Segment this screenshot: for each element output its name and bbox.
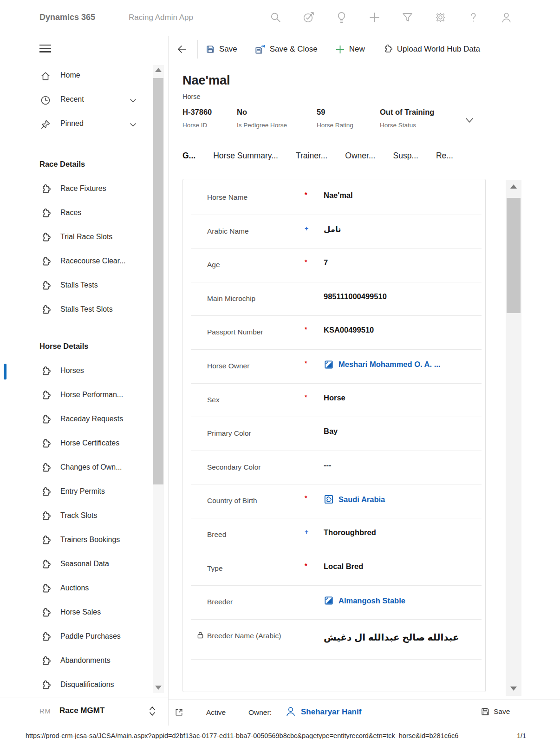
form-scroll-up-arrow[interactable] [510,184,517,189]
sidebar-item-pinned[interactable]: Pinned [0,112,169,137]
field-value[interactable]: عبدالله صالح عبدالله ال دغيش [324,632,481,643]
sidebar-item-track-slots[interactable]: Track Slots [0,504,169,529]
field-value[interactable]: Local Bred [324,562,481,571]
sidebar-group-label: Race Details [39,160,85,169]
sidebar-item-changes-of-own[interactable]: Changes of Own... [0,456,169,480]
dynamics-365-logo[interactable]: Dynamics 365 [39,13,95,22]
header-expand-chevron-icon[interactable] [462,113,476,127]
sidebar-item-seasonal-data[interactable]: Seasonal Data [0,553,169,577]
back-arrow-icon[interactable] [176,44,188,55]
chevron-down-icon[interactable] [128,120,138,130]
header-field-value[interactable]: Out of Training [380,108,434,117]
task-check-icon[interactable] [302,11,315,24]
tab-susp[interactable]: Susp... [393,151,418,161]
plus-icon[interactable] [368,11,381,24]
help-icon[interactable] [467,11,480,24]
header-field-value[interactable]: H-37860 [182,108,212,117]
puzzle-icon [40,256,51,268]
required-marker: * [305,393,307,401]
owner-name-link[interactable]: Sheharyar Hanif [301,707,361,717]
field-value[interactable]: KSA00499510 [324,326,481,334]
sidebar-item-horse-performan[interactable]: Horse Performan... [0,384,169,408]
tab-re[interactable]: Re... [436,151,453,161]
gear-icon[interactable] [434,11,447,24]
sidebar-item-horse-sales[interactable]: Horse Sales [0,601,169,625]
sidebar-item-racecourse-clear[interactable]: Racecourse Clear... [0,250,169,274]
sidebar-item-raceday-requests[interactable]: Raceday Requests [0,408,169,432]
hamburger-menu-icon[interactable] [39,45,51,53]
puzzle-icon [40,414,51,425]
field-value-text[interactable]: Meshari Mohammed O. A. ... [339,360,440,369]
tab-g[interactable]: G... [182,151,195,161]
header-field-value[interactable]: 59 [317,108,325,117]
field-label: Secondary Color [207,462,302,472]
sidebar-item-races[interactable]: Races [0,202,169,226]
field-value[interactable]: Nae'mal [324,191,481,200]
tab-owner[interactable]: Owner... [345,151,375,161]
field-value[interactable]: Bay [324,427,481,436]
field-value-text: Local Bred [324,562,363,571]
tab-horse-summary[interactable]: Horse Summary... [213,151,278,161]
save-and-close-icon [255,45,266,54]
upload-world-hub-data-button[interactable]: Upload World Hub Data [383,44,480,54]
filter-icon[interactable] [401,11,414,24]
sidebar-item-label: Trainers Bookings [60,536,120,544]
person-icon[interactable] [500,11,513,24]
search-icon[interactable] [269,11,282,24]
form-row-secondary-color: Secondary Color--- [183,451,485,485]
header-field-value[interactable]: No [237,108,247,117]
expand-footer-icon[interactable] [174,707,184,717]
form-row-breed: Breed+Thoroughbred [183,518,485,552]
field-value[interactable]: Horse [324,393,481,402]
puzzle-icon [40,390,51,401]
sidebar-item-race-fixtures[interactable]: Race Fixtures [0,177,169,202]
sidebar-scrollbar-thumb[interactable] [153,78,163,484]
form-scroll-down-arrow[interactable] [510,687,517,691]
form-row-main-microchip: Main Microchip985111000499510 [183,282,485,316]
sidebar-item-paddle-purchases[interactable]: Paddle Purchases [0,625,169,649]
form-scrollbar-thumb[interactable] [507,198,521,313]
field-value-text[interactable]: Almangosh Stable [339,596,405,605]
field-value-text[interactable]: Saudi Arabia [339,495,385,504]
field-value[interactable]: --- [324,461,481,470]
new-button[interactable]: New [335,45,365,54]
app-name[interactable]: Racing Admin App [129,13,193,22]
field-value[interactable]: نامل [324,225,481,234]
save-button[interactable]: Save [206,45,237,54]
field-value[interactable]: Meshari Mohammed O. A. ... [324,360,481,370]
sidebar-scroll-down-arrow[interactable] [155,686,162,690]
field-value[interactable]: 7 [324,258,481,267]
field-value[interactable]: Almangosh Stable [324,595,481,606]
sidebar-item-abandonments[interactable]: Abandonments [0,649,169,674]
recommended-marker: + [305,225,308,232]
tab-trainer[interactable]: Trainer... [296,151,327,161]
sidebar-group-race-details: Race Details [0,153,169,177]
pin-icon [40,119,51,130]
field-value[interactable]: Saudi Arabia [324,494,481,504]
sidebar-item-trainers-bookings[interactable]: Trainers Bookings [0,529,169,553]
sidebar-item-stalls-tests[interactable]: Stalls Tests [0,274,169,298]
form-row-type: Type*Local Bred [183,552,485,586]
sidebar-item-disqualifications[interactable]: Disqualifications [0,674,169,698]
area-switcher[interactable]: RM Race MGMT [0,698,169,726]
lightbulb-icon[interactable] [335,11,348,24]
sidebar-item-horse-certificates[interactable]: Horse Certificates [0,432,169,456]
sidebar-item-stalls-test-slots[interactable]: Stalls Test Slots [0,298,169,322]
area-switcher-chevrons-icon[interactable] [147,704,158,718]
header-field-label: Horse Status [380,122,416,129]
save-and-close-button[interactable]: Save & Close [255,45,318,54]
form-row-age: Age*7 [183,249,485,282]
sidebar-item-trial-race-slots[interactable]: Trial Race Slots [0,226,169,250]
sidebar-scroll-up-arrow[interactable] [155,68,162,72]
field-value[interactable]: Thoroughbred [324,528,481,537]
sidebar-item-entry-permits[interactable]: Entry Permits [0,480,169,504]
field-label: Breeder Name (Arabic) [207,631,302,641]
field-value[interactable]: 985111000499510 [324,292,481,301]
form-row-country-of-birth: Country of Birth*Saudi Arabia [183,484,485,518]
sidebar-item-home[interactable]: Home [0,64,169,88]
chevron-down-icon[interactable] [128,96,138,105]
sidebar-item-recent[interactable]: Recent [0,88,169,112]
footer-save-button[interactable]: Save [481,707,510,716]
sidebar-item-horses[interactable]: Horses [0,360,169,384]
sidebar-item-auctions[interactable]: Auctions [0,577,169,601]
